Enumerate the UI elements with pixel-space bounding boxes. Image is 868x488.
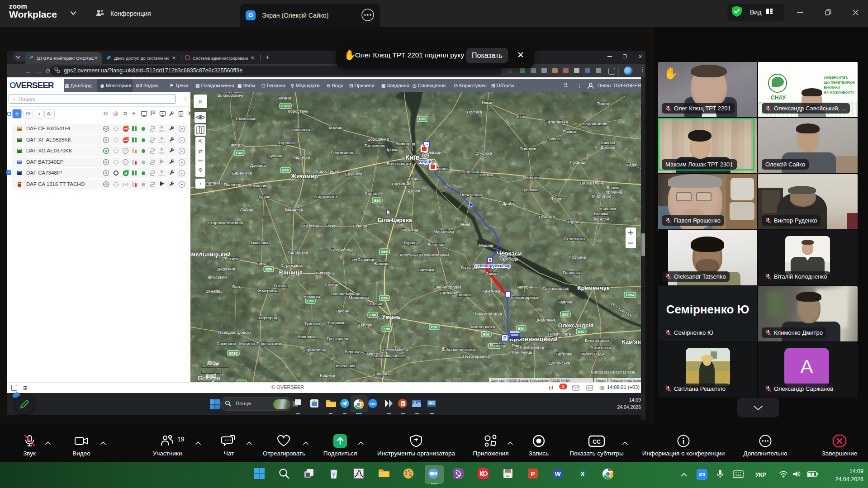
- svg-text:Новомиргород: Новомиргород: [473, 311, 502, 316]
- svg-text:Рокитне: Рокитне: [402, 227, 418, 232]
- svg-text:Довбиш: Довбиш: [250, 163, 266, 168]
- svg-text:Кодима: Кодима: [320, 373, 335, 378]
- svg-text:Петрове: Петрове: [556, 351, 573, 356]
- svg-text:Бершадь: Бершадь: [345, 349, 363, 354]
- svg-text:Багачка: Багачка: [593, 216, 609, 221]
- svg-text:Літін: Літін: [257, 261, 266, 266]
- svg-text:Сокиряни: Сокиряни: [217, 341, 236, 346]
- svg-text:E583: E583: [229, 351, 238, 355]
- svg-text:Житомир: Житомир: [290, 173, 318, 180]
- svg-text:Шаргород: Шаргород: [257, 315, 277, 320]
- svg-text:Маньківка: Маньківка: [349, 295, 369, 300]
- svg-text:Олевськ: Олевськ: [226, 92, 243, 94]
- svg-text:Ірпінь: Ірпінь: [387, 147, 398, 152]
- svg-text:Умови: Умови: [596, 379, 606, 382]
- svg-text:E95: E95: [419, 117, 426, 121]
- svg-text:zm: zm: [370, 402, 376, 406]
- svg-text:Ружин: Ружин: [326, 223, 339, 228]
- svg-text:Саврань: Саврань: [374, 371, 391, 376]
- svg-text:Корсунь-Шевченківський: Корсунь-Шевченківський: [400, 252, 449, 257]
- svg-text:П'ятихатки: П'ятихатки: [590, 345, 611, 350]
- svg-text:Хмільник: Хмільник: [250, 240, 269, 245]
- svg-text:Повідомити про помилку: Повідомити про помилку: [610, 379, 641, 382]
- svg-text:E57: E57: [562, 313, 569, 317]
- svg-text:E50: E50: [518, 327, 525, 331]
- svg-text:Вирішальне: Вирішальне: [580, 180, 604, 185]
- svg-text:Шишаки: Шишаки: [600, 206, 616, 211]
- svg-text:E50: E50: [266, 267, 272, 271]
- svg-text:Канів: Канів: [460, 222, 470, 227]
- svg-text:Жашків: Жашків: [373, 261, 388, 266]
- svg-text:Кам'янка: Кам'янка: [482, 289, 500, 294]
- svg-text:Київ: Київ: [405, 153, 420, 161]
- svg-text:Романів: Романів: [251, 183, 267, 188]
- svg-text:Немирів: Немирів: [304, 294, 320, 299]
- svg-text:Долинська: Долинська: [549, 360, 570, 365]
- svg-text:20 km: 20 km: [208, 361, 219, 365]
- svg-text:Калинівка: Калинівка: [288, 250, 308, 255]
- svg-text:P: P: [402, 402, 405, 406]
- svg-text:gprs: gprs: [159, 152, 165, 154]
- svg-text:Тульчин: Тульчин: [304, 321, 320, 326]
- svg-text:Крижопіль: Крижопіль: [305, 347, 326, 352]
- svg-text:Оржиця: Оржиця: [539, 214, 555, 219]
- svg-text:E373: E373: [281, 104, 290, 108]
- svg-text:Олександрія: Олександрія: [558, 322, 593, 329]
- svg-text:P: P: [531, 470, 535, 478]
- svg-text:Коростишів: Коростишів: [316, 169, 339, 174]
- svg-text:Жмеринка: Жмеринка: [258, 288, 279, 293]
- svg-text:Глобине: Глобине: [569, 255, 586, 260]
- svg-text:Білогородка: Білогородка: [387, 161, 411, 166]
- svg-text:Прилуки: Прилуки: [519, 146, 536, 151]
- svg-text:Миронівка: Миронівка: [433, 229, 455, 234]
- svg-text:Кам'ян: Кам'ян: [622, 339, 641, 345]
- svg-text:Благовіщенське: Благовіщенське: [373, 353, 405, 358]
- svg-text:N 49°55.0236 E 030°12.7836: N 49°55.0236 E 030°12.7836: [591, 370, 635, 374]
- svg-text:Віньківці: Віньківці: [205, 289, 223, 294]
- svg-text:Тараща: Тараща: [403, 240, 419, 245]
- svg-text:Пирятин: Пирятин: [523, 175, 540, 180]
- svg-text:Шепетівка: Шепетівка: [200, 180, 221, 185]
- svg-text:Могилів-Подільський: Могилів-Подільський: [239, 341, 281, 346]
- svg-text:Бар: Бар: [232, 284, 240, 289]
- svg-text:E95: E95: [381, 296, 388, 300]
- svg-text:Срібне: Срібне: [546, 136, 560, 141]
- svg-text:Павлиш: Павлиш: [557, 299, 573, 304]
- svg-text:Іллінці: Іллінці: [325, 282, 338, 287]
- svg-text:Згурівка: Згурівка: [476, 151, 493, 156]
- svg-text:gprs: gprs: [159, 174, 165, 176]
- svg-text:Березань: Березань: [461, 169, 480, 174]
- svg-text:Драбів: Драбів: [502, 201, 516, 206]
- svg-text:E95: E95: [374, 199, 381, 203]
- svg-text:E50: E50: [431, 325, 438, 329]
- svg-text:Звягель: Звягель: [229, 142, 245, 147]
- svg-text:Фастів: Фастів: [365, 191, 378, 196]
- svg-text:Компаніївка: Компаніївка: [520, 345, 544, 350]
- svg-text:Липовець: Липовець: [316, 270, 335, 275]
- svg-text:Вінниця: Вінниця: [279, 269, 303, 276]
- svg-text:Хорошів: Хорошів: [278, 140, 295, 145]
- svg-text:Долина: Долина: [601, 145, 616, 150]
- svg-text:gprs: gprs: [159, 141, 165, 143]
- svg-text:Знам'янка: Знам'янка: [536, 317, 556, 322]
- svg-text:E95: E95: [384, 327, 390, 331]
- svg-text:Чигирин: Чигирин: [517, 284, 533, 289]
- svg-text:Богуслав: Богуслав: [427, 242, 446, 247]
- svg-text:Степанчук Назар: Степанчук Назар: [474, 263, 511, 268]
- svg-text:Ромни: Ромни: [563, 129, 576, 134]
- svg-text:Теплик: Теплик: [358, 322, 373, 327]
- svg-text:Google: Google: [198, 374, 221, 382]
- svg-text:Деражня: Деражня: [217, 266, 235, 271]
- svg-text:Новодністровськ: Новодністровськ: [218, 330, 251, 335]
- svg-text:Любар: Любар: [240, 207, 253, 212]
- svg-text:Васильків: Васильків: [392, 181, 411, 186]
- svg-text:X: X: [580, 470, 585, 478]
- svg-text:E50: E50: [307, 299, 314, 303]
- svg-text:Семенівка: Семенівка: [564, 236, 585, 241]
- svg-text:Градизьк: Градизьк: [563, 270, 581, 275]
- svg-text:Шпола: Шпола: [457, 292, 471, 297]
- svg-text:Жовті Води: Жовті Води: [581, 351, 604, 356]
- svg-text:Дані карт ©2026 Google Зображе: Дані карт ©2026 Google Зображення ©2026 …: [491, 379, 570, 382]
- svg-text:E95: E95: [381, 250, 388, 254]
- svg-text:Носівка: Носівка: [467, 109, 482, 114]
